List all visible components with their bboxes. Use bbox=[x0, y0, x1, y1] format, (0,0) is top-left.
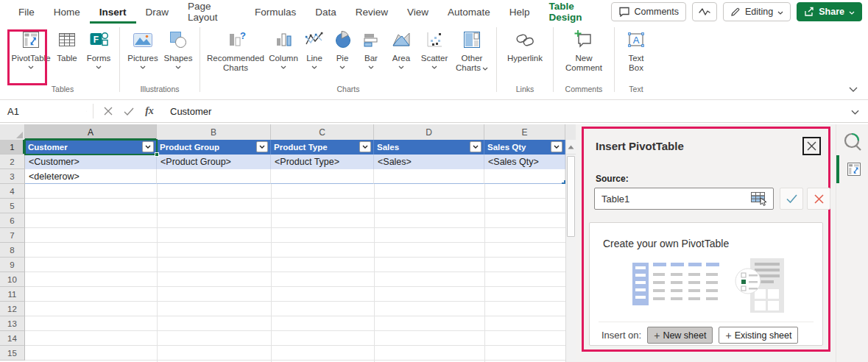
formula-bar-value[interactable]: Customer bbox=[170, 106, 211, 117]
range-picker-icon[interactable] bbox=[749, 191, 769, 207]
shapes-button[interactable]: Shapes bbox=[161, 24, 195, 69]
cancel-entry-button[interactable] bbox=[98, 102, 119, 120]
column-header-b[interactable]: B bbox=[157, 124, 271, 140]
cell-d2[interactable]: <Sales> bbox=[374, 155, 484, 169]
tab-table-design[interactable]: Table Design bbox=[540, 0, 611, 24]
scrollbar-thumb[interactable] bbox=[567, 156, 575, 237]
ribbon-group-comments: New Comment Comments bbox=[554, 24, 614, 97]
tab-formulas[interactable]: Formulas bbox=[245, 0, 306, 24]
cell-d3[interactable] bbox=[374, 169, 484, 184]
row-header-9[interactable]: 9 bbox=[0, 258, 25, 272]
insert-function-button[interactable]: fx bbox=[139, 102, 160, 120]
filter-button[interactable] bbox=[359, 141, 371, 152]
forms-button[interactable]: F Forms bbox=[82, 24, 115, 69]
row-header-2[interactable]: 2 bbox=[0, 155, 25, 169]
pictures-button[interactable]: Pictures bbox=[124, 24, 161, 69]
source-input[interactable]: Table1 bbox=[594, 188, 774, 210]
bar-chart-button[interactable]: Bar bbox=[356, 24, 386, 69]
cell-a3[interactable]: <deleterow> bbox=[25, 169, 157, 184]
hyperlink-button[interactable]: Hyperlink bbox=[501, 24, 548, 63]
table-header-product-type[interactable]: Product Type bbox=[271, 140, 374, 155]
row-header-12[interactable]: 12 bbox=[0, 302, 25, 316]
row-header-15[interactable]: 15 bbox=[0, 346, 25, 361]
tab-automate[interactable]: Automate bbox=[438, 0, 500, 24]
row-header-11[interactable]: 11 bbox=[0, 287, 25, 302]
column-chart-button[interactable]: Column bbox=[267, 24, 300, 69]
cell-b2[interactable]: <Product Group> bbox=[157, 155, 271, 169]
new-sheet-button[interactable]: + New sheet bbox=[647, 327, 713, 344]
select-all-corner[interactable] bbox=[0, 124, 25, 140]
vertical-scrollbar[interactable] bbox=[565, 140, 576, 362]
pivottable-pane-rail-button[interactable] bbox=[845, 160, 863, 181]
filter-button[interactable] bbox=[551, 141, 562, 152]
search-rail-button[interactable] bbox=[842, 131, 864, 155]
recommended-charts-button[interactable]: ? Recommended Charts bbox=[205, 24, 267, 73]
column-header-c[interactable]: C bbox=[271, 124, 374, 140]
scatter-chart-button[interactable]: Scatter bbox=[417, 24, 452, 69]
existing-sheet-button[interactable]: + Existing sheet bbox=[719, 327, 798, 344]
row-header-13[interactable]: 13 bbox=[0, 316, 25, 331]
row-header-4[interactable]: 4 bbox=[0, 184, 25, 199]
source-cancel-button[interactable] bbox=[807, 188, 830, 210]
filter-button[interactable] bbox=[256, 141, 268, 152]
row-header-14[interactable]: 14 bbox=[0, 331, 25, 346]
share-label: Share bbox=[819, 7, 844, 17]
line-chart-button[interactable]: Line bbox=[300, 24, 328, 69]
pie-chart-button[interactable]: Pie bbox=[328, 24, 356, 69]
cell-a2[interactable]: <Customer> bbox=[25, 155, 157, 169]
editing-mode-button[interactable]: Editing bbox=[723, 2, 791, 21]
new-sheet-label: New sheet bbox=[663, 330, 706, 341]
other-charts-button[interactable]: Other Charts bbox=[452, 24, 492, 73]
name-box[interactable]: A1 bbox=[0, 100, 93, 122]
tab-file[interactable]: File bbox=[9, 0, 44, 24]
ribbon-collapse-button[interactable] bbox=[849, 82, 858, 95]
column-header-d[interactable]: D bbox=[374, 124, 484, 140]
scroll-up-button[interactable] bbox=[566, 140, 576, 155]
cell-c3[interactable] bbox=[271, 169, 374, 184]
tab-page-layout[interactable]: Page Layout bbox=[178, 0, 245, 24]
row-header-5[interactable]: 5 bbox=[0, 199, 25, 213]
close-icon bbox=[807, 141, 816, 151]
filter-button[interactable] bbox=[470, 141, 481, 152]
cell-e3[interactable] bbox=[484, 169, 565, 184]
pane-close-button[interactable] bbox=[802, 137, 821, 155]
fill-handle[interactable] bbox=[155, 152, 159, 157]
row-header-10[interactable]: 10 bbox=[0, 272, 25, 287]
tab-home[interactable]: Home bbox=[44, 0, 90, 24]
chevron-down-icon bbox=[28, 65, 34, 69]
tab-review[interactable]: Review bbox=[346, 0, 398, 24]
table-header-sales[interactable]: Sales bbox=[374, 140, 484, 155]
share-button[interactable]: Share bbox=[797, 2, 862, 21]
tab-help[interactable]: Help bbox=[500, 0, 540, 24]
cell-b3[interactable] bbox=[157, 169, 271, 184]
pivottable-button[interactable]: PivotTable bbox=[10, 24, 52, 69]
source-confirm-button[interactable] bbox=[780, 188, 803, 210]
column-header-e[interactable]: E bbox=[484, 124, 565, 140]
row-header-1[interactable]: 1 bbox=[0, 140, 25, 155]
cell-e2[interactable]: <Sales Qty> bbox=[484, 155, 565, 169]
tab-draw[interactable]: Draw bbox=[136, 0, 179, 24]
text-box-button[interactable]: A Text Box bbox=[619, 24, 653, 73]
table-header-sales-qty[interactable]: Sales Qty bbox=[484, 140, 565, 155]
new-comment-button[interactable]: New Comment bbox=[558, 24, 610, 73]
svg-text:F: F bbox=[93, 35, 99, 45]
row-header-6[interactable]: 6 bbox=[0, 213, 25, 228]
comments-button[interactable]: Comments bbox=[611, 2, 686, 21]
table-header-product-group[interactable]: Product Group bbox=[157, 140, 271, 155]
fx-icon: fx bbox=[145, 105, 154, 117]
tab-insert[interactable]: Insert bbox=[90, 0, 136, 24]
row-header-7[interactable]: 7 bbox=[0, 228, 25, 243]
shapes-icon bbox=[167, 29, 189, 51]
column-header-a[interactable]: A bbox=[25, 124, 157, 140]
area-chart-button[interactable]: Area bbox=[386, 24, 417, 69]
cell-c2[interactable]: <Product Type> bbox=[271, 155, 374, 169]
table-button[interactable]: Table bbox=[52, 24, 82, 63]
confirm-entry-button[interactable] bbox=[119, 102, 139, 120]
tab-data[interactable]: Data bbox=[306, 0, 346, 24]
activity-button[interactable] bbox=[692, 2, 717, 21]
column-chart-icon bbox=[272, 29, 294, 51]
row-header-8[interactable]: 8 bbox=[0, 243, 25, 258]
formula-bar-expand-button[interactable] bbox=[851, 104, 868, 118]
tab-view[interactable]: View bbox=[398, 0, 438, 24]
row-header-3[interactable]: 3 bbox=[0, 169, 25, 184]
